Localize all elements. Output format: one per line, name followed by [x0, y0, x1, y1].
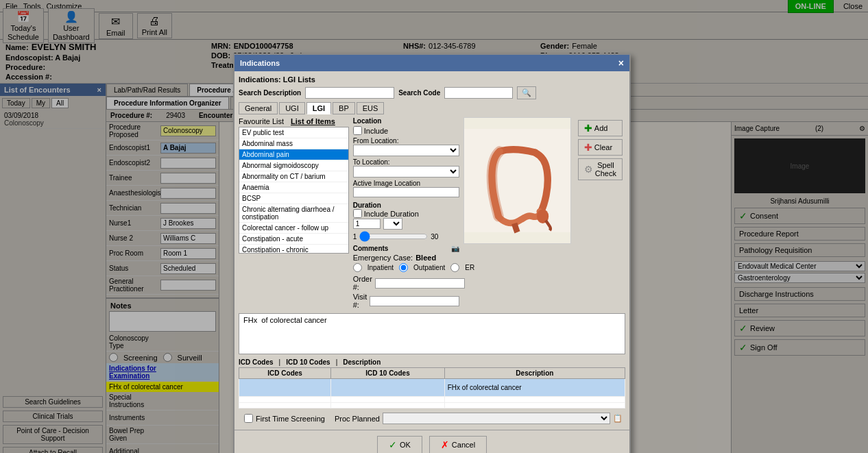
indication-item[interactable]: Abnormal sigmoidoscopy [239, 160, 348, 171]
cat-tab-general[interactable]: General [239, 102, 278, 114]
cancel-btn[interactable]: ✗ Cancel [429, 436, 487, 453]
from-location-row: From Location: [353, 137, 459, 156]
list-of-items-tab[interactable]: List of Items [291, 117, 335, 125]
comments-section: Comments 📷 Emergency Case: Bleed Inpatie… [353, 245, 459, 309]
desc-col-header: Description [444, 368, 625, 379]
from-location-select[interactable] [353, 145, 459, 156]
location-include-row: Include [353, 126, 459, 135]
modal-close-btn[interactable]: × [618, 58, 624, 69]
cat-tab-eus[interactable]: EUS [357, 102, 385, 114]
location-section: Location Include From Location: To Locat… [353, 117, 459, 197]
icd-col-header: ICD Codes [239, 368, 331, 379]
indication-item[interactable]: Abnormality on CT / barium [239, 171, 348, 182]
icd-tabs: ICD Codes | ICD 10 Codes | Description [239, 358, 625, 366]
emergency-value: Bleed [415, 254, 436, 262]
favourite-list-tab[interactable]: Favourite List [239, 117, 284, 125]
indication-item[interactable]: BCSP [239, 193, 348, 204]
duration-unit-select[interactable] [383, 218, 402, 230]
icd-section: ICD Codes | ICD 10 Codes | Description I… [239, 358, 625, 408]
location-include-label: Include [364, 127, 388, 135]
icd10-codes-tab[interactable]: ICD 10 Codes [286, 358, 330, 366]
order-input[interactable] [375, 278, 465, 289]
spell-label: Spell Check [595, 161, 616, 177]
icd-codes-tab[interactable]: ICD Codes [239, 358, 274, 366]
outpatient-radio[interactable] [399, 263, 408, 272]
er-radio[interactable] [450, 263, 459, 272]
icd-cell [239, 379, 331, 397]
fhx-textarea[interactable] [239, 313, 625, 354]
emergency-label: Emergency Case: [353, 254, 413, 262]
proc-planned-row: Proc Planned 📋 [335, 413, 623, 424]
location-include-checkbox[interactable] [353, 126, 362, 135]
comments-label: Comments [353, 245, 389, 252]
clear-btn[interactable]: ✚ Clear [578, 139, 623, 156]
spell-check-btn[interactable]: ⚙ Spell Check [578, 158, 623, 180]
add-btn[interactable]: ✚ Add [578, 120, 623, 136]
indication-item[interactable]: Anaemia [239, 182, 348, 193]
indication-list[interactable]: EV public testAbdominal massAbdominal pa… [239, 127, 349, 254]
icd-cell-3 [239, 402, 331, 408]
search-description-input[interactable] [305, 87, 394, 99]
visit-row: Visit #: [353, 293, 459, 309]
include-duration-label: Include Duration [364, 210, 419, 218]
active-image-input[interactable] [353, 187, 459, 197]
list-tabs: Favourite List List of Items [239, 117, 349, 125]
indication-item[interactable]: Colorectal cancer - follow up [239, 223, 348, 234]
cat-tab-lgi[interactable]: LGI [306, 102, 331, 114]
to-location-select[interactable] [353, 166, 459, 177]
search-code-input[interactable] [444, 87, 513, 99]
modal-title-bar: Indications × [234, 55, 629, 71]
category-tabs: General UGI LGI BP EUS [239, 102, 625, 114]
duration-input-row [353, 218, 459, 230]
cat-tab-ugi[interactable]: UGI [279, 102, 305, 114]
search-button[interactable]: 🔍 [517, 86, 536, 99]
first-time-label: First Time Screening [256, 415, 325, 423]
inpatient-label: Inpatient [367, 264, 394, 271]
duration-number-input[interactable] [353, 219, 381, 229]
search-row: Search Description Search Code 🔍 [239, 86, 625, 99]
ok-label: OK [400, 441, 411, 449]
cat-tab-bp[interactable]: BP [333, 102, 355, 114]
indication-item[interactable]: Abdominal pain [239, 149, 348, 160]
slider-container: 1 30 [353, 231, 459, 242]
inpatient-radio[interactable] [353, 263, 362, 272]
indication-item[interactable]: Chronic alternating diarrhoea / constipa… [239, 204, 348, 223]
desc-cell-2 [444, 397, 625, 402]
action-buttons: ✚ Add ✚ Clear ⚙ Spell Check [575, 117, 625, 309]
emergency-row: Emergency Case: Bleed [353, 254, 459, 262]
indication-item[interactable]: Constipation - acute [239, 234, 348, 245]
anatomy-svg [464, 121, 570, 241]
ok-btn[interactable]: ✓ OK [377, 436, 422, 453]
modal-subtitle: Indications: LGI Lists [239, 75, 625, 84]
order-label: Order #: [353, 275, 372, 291]
proc-planned-icon[interactable]: 📋 [613, 414, 623, 423]
indication-item[interactable]: EV public test [239, 127, 348, 138]
comments-header: Comments 📷 [353, 245, 459, 252]
spell-icon: ⚙ [584, 164, 593, 175]
search-icon: 🔍 [522, 88, 531, 97]
indication-list-section: Favourite List List of Items EV public t… [239, 117, 349, 309]
duration-slider[interactable] [359, 231, 428, 242]
first-time-checkbox[interactable] [244, 414, 253, 423]
add-icon: ✚ [584, 123, 592, 134]
screening-proc-row: First Time Screening Proc Planned 📋 [239, 411, 625, 426]
icd-description-tab[interactable]: Description [343, 358, 381, 366]
radio-group: Inpatient Outpatient ER [353, 263, 459, 272]
modal-title-text: Indications [240, 59, 280, 67]
table-row [239, 397, 625, 402]
to-location-label: To Location: [353, 158, 459, 166]
visit-input[interactable] [370, 296, 459, 306]
comments-icon[interactable]: 📷 [451, 245, 459, 252]
proc-planned-select[interactable] [383, 413, 610, 424]
indication-item[interactable]: Abdominal mass [239, 138, 348, 149]
icd10-cell-2 [331, 397, 445, 402]
outpatient-label: Outpatient [413, 264, 445, 271]
icd-table: ICD Codes ICD 10 Codes Description FHx o… [239, 367, 625, 408]
include-duration-row: Include Duration [353, 209, 459, 218]
indication-item[interactable]: Constipation - chronic [239, 245, 348, 254]
cancel-label: Cancel [452, 441, 475, 449]
er-label: ER [465, 264, 474, 271]
order-row: Order #: [353, 275, 459, 291]
table-row [239, 402, 625, 408]
include-duration-checkbox[interactable] [353, 209, 362, 218]
